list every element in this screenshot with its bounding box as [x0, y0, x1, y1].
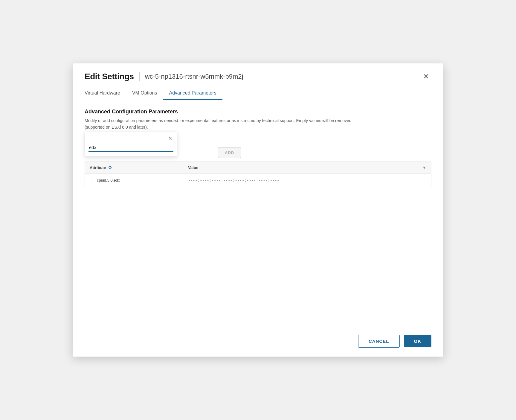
row-drag-handle[interactable]: ⋮	[90, 177, 94, 183]
value-cell: ----:----:----:----:----:----:----:----	[183, 174, 431, 187]
tab-vm-options[interactable]: VM Options	[126, 87, 163, 100]
section-title: Advanced Configuration Parameters	[85, 109, 431, 115]
table-header-row: Attribute ⊙ Value ▼	[85, 162, 431, 174]
attribute-cell: ⋮ cpuid.5.0.edx	[85, 174, 183, 187]
value-filter-icon[interactable]: ▼	[422, 165, 426, 170]
dialog-header: Edit Settings wc-5-np1316-rtsnr-w5mmk-p9…	[73, 63, 443, 81]
value-column-header: Value ▼	[183, 162, 431, 174]
title-divider	[139, 72, 140, 81]
tab-advanced-parameters[interactable]: Advanced Parameters	[163, 87, 222, 100]
section-description: Modify or add configuration parameters a…	[85, 117, 354, 131]
autocomplete-close-button[interactable]: ✕	[167, 135, 173, 142]
dialog-subtitle: wc-5-np1316-rtsnr-w5mmk-p9m2j	[145, 73, 243, 80]
dialog-title: Edit Settings	[85, 72, 134, 81]
cancel-button[interactable]: CANCEL	[358, 335, 400, 348]
autocomplete-dropdown: ✕	[85, 132, 177, 157]
tabs-bar: Virtual Hardware VM Options Advanced Par…	[73, 87, 443, 100]
autocomplete-close-row: ✕	[85, 135, 177, 144]
autocomplete-input[interactable]	[88, 144, 173, 152]
parameters-table-wrap: Attribute ⊙ Value ▼	[85, 162, 431, 187]
add-button[interactable]: ADD	[218, 147, 241, 158]
edit-settings-dialog: Edit Settings wc-5-np1316-rtsnr-w5mmk-p9…	[73, 63, 443, 357]
attribute-column-header: Attribute ⊙	[85, 162, 183, 174]
param-value: ----:----:----:----:----:----:----:----	[188, 178, 279, 182]
ok-button[interactable]: OK	[404, 335, 432, 347]
parameters-table: Attribute ⊙ Value ▼	[85, 162, 431, 187]
tab-virtual-hardware[interactable]: Virtual Hardware	[85, 87, 126, 100]
main-content: Advanced Configuration Parameters Modify…	[73, 100, 443, 329]
attribute-filter-icon[interactable]: ⊙	[108, 165, 112, 170]
table-row: ⋮ cpuid.5.0.edx ----:----:----:----:----…	[85, 174, 431, 187]
dialog-footer: CANCEL OK	[73, 329, 443, 357]
attribute-input-row: Attribute ✕ ADD	[85, 139, 431, 158]
close-button[interactable]: ✕	[421, 72, 431, 81]
attribute-value: cpuid.5.0.edx	[97, 178, 120, 182]
